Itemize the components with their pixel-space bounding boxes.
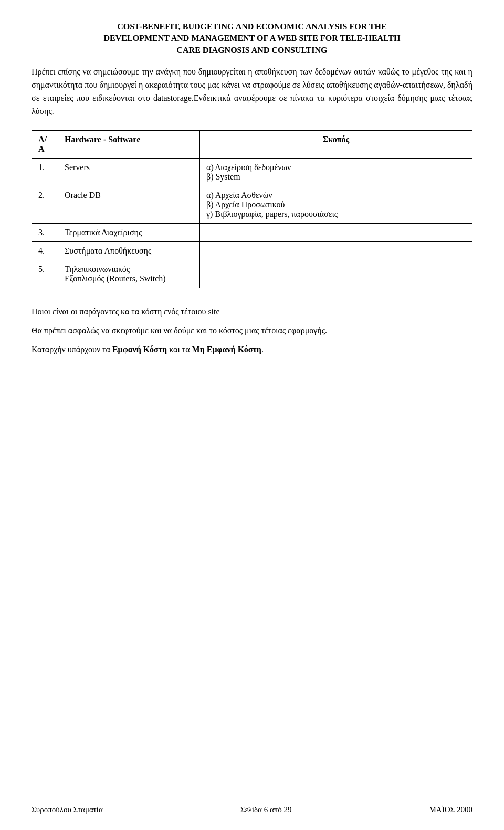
page-header: COST-BENEFIT, BUDGETING AND ECONOMIC ANA… [32, 21, 472, 56]
col-hw-header: Hardware - Software [58, 131, 200, 159]
bottom-line3-mid: και τα [167, 345, 192, 354]
table-row: 1.Serversα) Διαχείριση δεδομένωνβ) Syste… [32, 159, 472, 186]
intro-paragraph: Πρέπει επίσης να σημειώσουμε την ανάγκη … [32, 66, 472, 118]
row-scope-3 [200, 224, 472, 242]
header-line1: COST-BENEFIT, BUDGETING AND ECONOMIC ANA… [32, 21, 472, 33]
row-scope-2: α) Αρχεία Ασθενώνβ) Αρχεία Προσωπικούγ) … [200, 186, 472, 224]
bottom-section: Ποιοι είναι οι παράγοντες κα τα κόστη εν… [32, 305, 472, 356]
table-row: 3.Τερματικά Διαχείρισης [32, 224, 472, 242]
hardware-software-table: Α/Α Hardware - Software Σκοπός 1.Servers… [32, 130, 472, 288]
row-num-3: 3. [32, 224, 58, 242]
row-hw-3: Τερματικά Διαχείρισης [58, 224, 200, 242]
row-num-4: 4. [32, 242, 58, 260]
footer-center: Σελίδα 6 από 29 [240, 805, 292, 814]
header-line2: DEVELOPMENT AND MANAGEMENT OF A WEB SITE… [32, 33, 472, 44]
bottom-line3: Καταρχήν υπάρχουν τα Εμφανή Κόστη και τα… [32, 343, 472, 356]
row-hw-5: ΤηλεπικοινωνιακόςΕξοπλισμός (Routers, Sw… [58, 260, 200, 288]
table-row: 2.Oracle DBα) Αρχεία Ασθενώνβ) Αρχεία Πρ… [32, 186, 472, 224]
table-row: 4.Συστήματα Αποθήκευσης [32, 242, 472, 260]
col-aa-header: Α/Α [32, 131, 58, 159]
bottom-bold1: Εμφανή Κόστη [112, 345, 167, 354]
row-hw-2: Oracle DB [58, 186, 200, 224]
bottom-line3-suffix: . [261, 345, 264, 354]
table-header-row: Α/Α Hardware - Software Σκοπός [32, 131, 472, 159]
row-hw-1: Servers [58, 159, 200, 186]
row-scope-1: α) Διαχείριση δεδομένωνβ) System [200, 159, 472, 186]
bottom-bold2: Μη Εμφανή Κόστη [192, 345, 261, 354]
row-hw-4: Συστήματα Αποθήκευσης [58, 242, 200, 260]
row-scope-4 [200, 242, 472, 260]
footer-left: Συροπούλου Σταματία [32, 805, 103, 814]
header-line3: CARE DIAGNOSIS AND CONSULTING [32, 45, 472, 56]
bottom-line1: Ποιοι είναι οι παράγοντες κα τα κόστη εν… [32, 305, 472, 319]
row-scope-5 [200, 260, 472, 288]
bottom-line2: Θα πρέπει ασφαλώς να σκεφτούμε και να δο… [32, 324, 472, 338]
row-num-5: 5. [32, 260, 58, 288]
row-num-2: 2. [32, 186, 58, 224]
row-num-1: 1. [32, 159, 58, 186]
col-scope-header: Σκοπός [200, 131, 472, 159]
footer-right: ΜΑΪΟΣ 2000 [429, 805, 472, 814]
table-wrapper: Α/Α Hardware - Software Σκοπός 1.Servers… [32, 130, 472, 288]
page-footer: Συροπούλου Σταματία Σελίδα 6 από 29 ΜΑΪΟ… [32, 802, 472, 814]
bottom-line3-prefix: Καταρχήν υπάρχουν τα [32, 345, 112, 354]
table-row: 5.ΤηλεπικοινωνιακόςΕξοπλισμός (Routers, … [32, 260, 472, 288]
